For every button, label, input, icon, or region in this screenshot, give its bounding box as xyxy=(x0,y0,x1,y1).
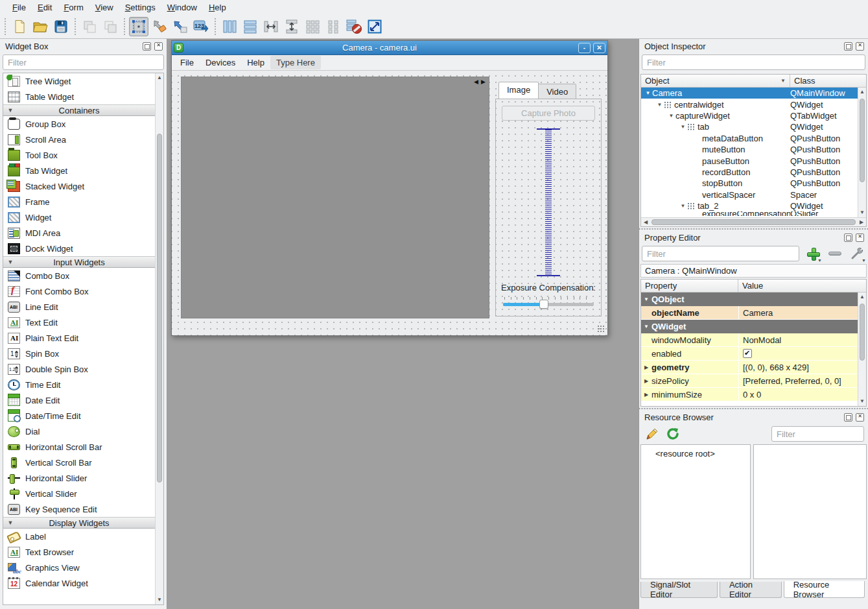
widget-item-plain-text-edit[interactable]: Plain Text Edit xyxy=(3,330,155,346)
close-panel-icon[interactable] xyxy=(856,233,864,242)
column-header-object[interactable]: Object▼ xyxy=(641,75,790,87)
widget-item-stacked-widget[interactable]: Stacked Widget xyxy=(3,178,155,194)
expand-arrow-icon[interactable]: ▼ xyxy=(679,203,687,209)
tree-row-tab[interactable]: ▼tab QWidget xyxy=(641,121,866,132)
scrollbar-thumb[interactable] xyxy=(157,134,162,483)
tree-row-recordbutton[interactable]: recordButton QPushButton xyxy=(641,167,866,178)
scroll-up-icon[interactable]: ▲ xyxy=(858,88,866,97)
widget-item-text-edit[interactable]: Text Edit xyxy=(3,315,155,330)
float-panel-icon[interactable] xyxy=(143,42,151,51)
widget-item-tool-box[interactable]: Tool Box xyxy=(3,147,155,163)
tab-signal-slot-editor[interactable]: Signal/Slot Editor xyxy=(640,582,718,598)
widget-item-dial[interactable]: Dial xyxy=(3,424,155,439)
tree-row-stopbutton[interactable]: stopButton QPushButton xyxy=(641,178,866,189)
float-panel-icon[interactable] xyxy=(844,233,852,242)
tree-row-pausebutton[interactable]: pauseButton QPushButton xyxy=(641,155,866,166)
widget-item-vertical-slider[interactable]: Vertical Slider xyxy=(3,486,155,501)
property-row-sizepolicy[interactable]: ▶sizePolicy [Preferred, Preferred, 0, 0] xyxy=(641,374,866,388)
widget-item-datetime-edit[interactable]: Date/Time Edit xyxy=(3,408,155,424)
adjust-size-button[interactable] xyxy=(365,17,384,36)
edit-widgets-button[interactable] xyxy=(129,17,148,36)
widget-box-scrollbar[interactable]: ▲ ▼ xyxy=(155,73,163,604)
vertical-spacer-indicator[interactable] xyxy=(545,128,552,276)
property-group-qwidget[interactable]: ▼ QWidget xyxy=(641,320,866,333)
widget-item-horizontal-slider[interactable]: Horizontal Slider xyxy=(3,470,155,486)
widget-item-group-box[interactable]: Group Box xyxy=(3,116,155,132)
widget-item-widget[interactable]: Widget xyxy=(3,209,155,225)
tree-row-centralwidget[interactable]: ▼centralwidget QWidget xyxy=(641,99,866,110)
widget-item-double-spin-box[interactable]: Double Spin Box xyxy=(3,361,155,377)
widget-item-key-sequence-edit[interactable]: Key Sequence Edit xyxy=(3,501,155,517)
column-header-property[interactable]: Property xyxy=(641,280,738,292)
widget-item-horizontal-scroll-bar[interactable]: Horizontal Scroll Bar xyxy=(3,439,155,455)
exposure-compensation-slider[interactable] xyxy=(503,297,594,311)
new-form-button[interactable] xyxy=(10,17,29,36)
scroll-right-icon[interactable]: ▶ xyxy=(857,219,866,225)
expand-arrow-icon[interactable]: ▶ xyxy=(641,364,651,370)
tree-row-capturewidget[interactable]: ▼captureWidget QTabWidget xyxy=(641,110,866,121)
widget-item-mdi-area[interactable]: MDI Area xyxy=(3,225,155,241)
minimize-button[interactable]: - xyxy=(578,43,591,53)
widget-item-time-edit[interactable]: Time Edit xyxy=(3,377,155,392)
form-titlebar[interactable]: D Camera - camera.ui - ✕ xyxy=(172,41,607,55)
menu-help[interactable]: Help xyxy=(203,1,232,14)
scroll-up-icon[interactable]: ▲ xyxy=(858,293,866,302)
property-row-windowmodality[interactable]: windowModality NonModal xyxy=(641,333,866,347)
property-filter-input[interactable] xyxy=(642,246,799,261)
tab-video[interactable]: Video xyxy=(539,84,576,99)
form-editor-window[interactable]: D Camera - camera.ui - ✕ File Devices He… xyxy=(171,40,608,336)
tree-row-tab2[interactable]: ▼tab_2 QWidget xyxy=(641,200,866,211)
scroll-down-icon[interactable]: ▼ xyxy=(858,397,866,406)
widget-item-font-combo-box[interactable]: Font Combo Box xyxy=(3,283,155,299)
layout-form-button[interactable] xyxy=(323,17,343,36)
form-menu-type-here[interactable]: Type Here xyxy=(270,56,321,69)
property-value[interactable]: NonModal xyxy=(738,333,866,346)
expand-arrow-icon[interactable]: ▼ xyxy=(679,124,687,130)
layout-grid-button[interactable] xyxy=(303,17,322,36)
close-panel-icon[interactable] xyxy=(856,42,864,51)
menu-edit[interactable]: Edit xyxy=(32,1,58,14)
close-panel-icon[interactable] xyxy=(856,413,864,422)
toolbar-handle[interactable] xyxy=(3,18,8,35)
tree-row-metadatabutton[interactable]: metaDataButton QPushButton xyxy=(641,133,866,144)
property-value[interactable]: 0 x 0 xyxy=(738,388,866,401)
widget-item-frame[interactable]: Frame xyxy=(3,194,155,209)
form-menu-devices[interactable]: Devices xyxy=(200,56,241,69)
layout-vertical-button[interactable] xyxy=(240,17,260,36)
widget-item-spin-box[interactable]: Spin Box xyxy=(3,346,155,361)
scroll-down-icon[interactable]: ▼ xyxy=(858,208,866,217)
widget-item-date-edit[interactable]: Date Edit xyxy=(3,392,155,408)
category-input-widgets[interactable]: ▼Input Widgets xyxy=(3,256,155,268)
property-editor-vscrollbar[interactable]: ▲ ▼ xyxy=(858,293,866,406)
widget-item-table-widget[interactable]: Table Widget xyxy=(3,89,155,104)
resource-filter-input[interactable] xyxy=(771,426,864,442)
form-canvas[interactable]: ◀▶ Image Video Capture Photo Exposure Co… xyxy=(172,71,607,335)
edit-buddies-button[interactable] xyxy=(170,17,190,36)
widget-item-combo-box[interactable]: Combo Box xyxy=(3,268,155,283)
widget-item-tab-widget[interactable]: Tab Widget xyxy=(3,163,155,178)
resource-contents[interactable] xyxy=(753,444,867,579)
expand-arrow-icon[interactable]: ▶ xyxy=(641,392,651,398)
tab-action-editor[interactable]: Action Editor xyxy=(720,582,782,598)
camera-viewfinder-widget[interactable] xyxy=(181,77,489,318)
expand-arrow-icon[interactable]: ▼ xyxy=(667,113,675,119)
category-display-widgets[interactable]: ▼Display Widgets xyxy=(3,517,155,529)
widget-item-scroll-area[interactable]: Scroll Area xyxy=(3,132,155,147)
widget-item-dock-widget[interactable]: Dock Widget xyxy=(3,241,155,256)
widget-item-calendar-widget[interactable]: Calendar Widget xyxy=(3,575,155,591)
object-inspector-hscrollbar[interactable]: ◀ ▶ xyxy=(641,217,866,226)
widget-item-vertical-scroll-bar[interactable]: Vertical Scroll Bar xyxy=(3,455,155,470)
layout-splitter-horizontal-button[interactable] xyxy=(261,17,281,36)
form-menu-help[interactable]: Help xyxy=(241,56,270,69)
add-dynamic-property-button[interactable]: ▼ xyxy=(804,246,821,261)
float-panel-icon[interactable] xyxy=(844,413,852,422)
capture-photo-button[interactable]: Capture Photo xyxy=(502,106,595,121)
expand-arrow-icon[interactable]: ▼ xyxy=(655,102,664,108)
menu-view[interactable]: View xyxy=(89,1,119,14)
scrollbar-thumb[interactable] xyxy=(860,99,865,182)
property-value[interactable]: [Preferred, Preferred, 0, 0] xyxy=(738,374,866,387)
object-inspector-vscrollbar[interactable]: ▲ ▼ xyxy=(858,88,866,217)
reload-resources-button[interactable] xyxy=(665,427,681,441)
tree-row-exposurecompensation[interactable]: exposureCompensation QSlider xyxy=(641,211,866,216)
menu-file[interactable]: File xyxy=(6,1,32,14)
